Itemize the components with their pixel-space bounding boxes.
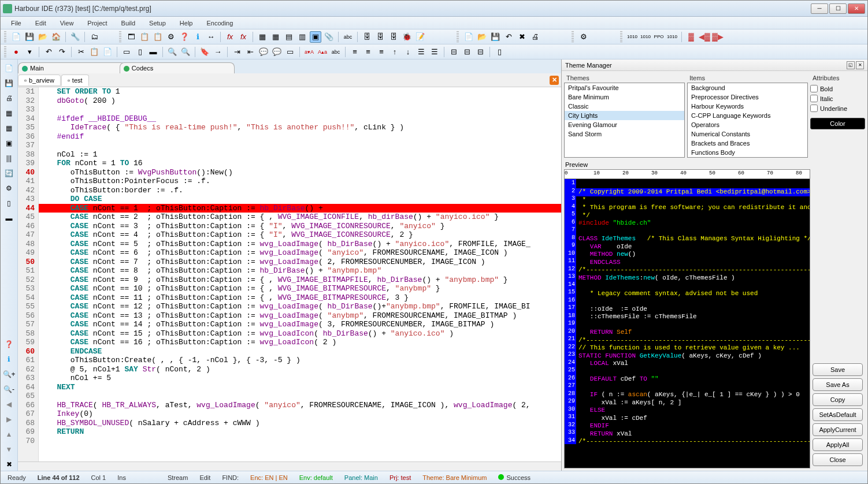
item-entry[interactable]: Brackets and Braces xyxy=(688,139,807,148)
menu-setup[interactable]: Setup xyxy=(143,18,172,28)
side-up-icon[interactable]: ▲ xyxy=(3,428,16,441)
grid2-icon[interactable]: ▥ xyxy=(296,31,308,43)
item-entry[interactable]: Functions Body xyxy=(688,148,807,157)
uncomment-icon[interactable]: 💬 xyxy=(271,46,283,58)
toolbar-grip[interactable] xyxy=(4,46,6,58)
wall-left-icon[interactable]: ◀▓ xyxy=(699,31,710,43)
panel-icon[interactable]: ▣ xyxy=(310,31,321,43)
wall-right-icon[interactable]: ▓▶ xyxy=(712,31,724,43)
doc-back-icon[interactable]: ↶ xyxy=(503,31,514,43)
file-tab-barview[interactable]: ▫ b_arview xyxy=(18,75,61,86)
close-button[interactable]: ✕ xyxy=(848,3,865,14)
underline-checkbox[interactable]: Underline xyxy=(810,105,865,112)
side-down-icon[interactable]: ▼ xyxy=(3,443,16,456)
fx-icon[interactable]: fx xyxy=(224,31,236,43)
flow1-icon[interactable]: ⊟ xyxy=(448,46,459,58)
theme-item[interactable]: Bare Minimum xyxy=(565,92,684,102)
side-col-icon[interactable]: ▯ xyxy=(3,197,16,210)
copy-button[interactable]: Copy xyxy=(813,393,863,406)
bookmark-icon[interactable]: 🔖 xyxy=(199,46,210,58)
dropdown-icon[interactable]: ▾ xyxy=(24,46,35,58)
applyall-button[interactable]: ApplyAll xyxy=(813,438,863,451)
close-panel-icon[interactable]: ✕ xyxy=(856,61,864,69)
applycurrent-button[interactable]: ApplyCurrent xyxy=(813,423,863,436)
preview-code[interactable]: 01020304050607080 1234567891011121314151… xyxy=(564,169,810,468)
side-help-icon[interactable]: ❓ xyxy=(3,338,16,351)
undo-icon[interactable]: ↶ xyxy=(43,46,54,58)
sort-asc-icon[interactable]: ↑ xyxy=(389,46,400,58)
paste-icon[interactable]: 📋 xyxy=(152,31,164,43)
item-entry[interactable]: Preprocessor Directives xyxy=(688,92,807,102)
side-cols-icon[interactable]: ||| xyxy=(3,152,16,165)
ppo-icon[interactable]: PPO xyxy=(653,31,665,43)
doc-close-icon[interactable]: ✖ xyxy=(516,31,528,43)
menu-build[interactable]: Build xyxy=(116,18,141,28)
theme-item[interactable]: Evening Glamour xyxy=(565,120,684,129)
item-entry[interactable]: C-CPP Language Keywords xyxy=(688,111,807,120)
gear-icon[interactable]: ⚙ xyxy=(578,31,589,43)
side-zoom-in-icon[interactable]: 🔍+ xyxy=(3,368,16,381)
align-right-icon[interactable]: ≡ xyxy=(376,46,387,58)
window-icon[interactable]: 🗔 xyxy=(125,31,137,43)
flow2-icon[interactable]: ⊟ xyxy=(461,46,473,58)
side-grid2-icon[interactable]: ▦ xyxy=(3,122,16,135)
lines-icon[interactable]: ☰ xyxy=(416,46,427,58)
color-button[interactable]: Color xyxy=(810,118,865,129)
select-all-icon[interactable]: ▭ xyxy=(121,46,132,58)
panel-tab-codecs[interactable]: Codecs xyxy=(120,62,235,73)
doc-new-icon[interactable]: 📄 xyxy=(463,31,474,43)
toolbar-grip[interactable] xyxy=(457,31,459,43)
side-grid1-icon[interactable]: ▦ xyxy=(3,107,16,120)
save-icon[interactable]: 💾 xyxy=(24,31,35,43)
flow3-icon[interactable]: ⊟ xyxy=(474,46,486,58)
wall-icon[interactable]: ▓ xyxy=(685,31,697,43)
menu-help[interactable]: Help xyxy=(174,18,199,28)
indent-icon[interactable]: ⇥ xyxy=(231,46,243,58)
toolbar-grip[interactable] xyxy=(572,31,574,43)
panel-tab-main[interactable]: Main xyxy=(18,62,125,73)
setasdefault-button[interactable]: SetAsDefault xyxy=(813,408,863,421)
db2-icon[interactable]: 🗄 xyxy=(374,31,386,43)
copy-icon[interactable]: 📋 xyxy=(139,31,150,43)
open-icon[interactable]: 📂 xyxy=(37,31,49,43)
outdent-icon[interactable]: ⇤ xyxy=(244,46,256,58)
menu-project[interactable]: Project xyxy=(81,18,113,28)
side-left-icon[interactable]: ◀ xyxy=(3,398,16,411)
abc-icon[interactable]: abc xyxy=(342,31,354,43)
form-icon[interactable]: 📝 xyxy=(414,31,426,43)
build-icon[interactable]: ⚙ xyxy=(165,31,177,43)
dock-icon[interactable]: ◱ xyxy=(847,61,855,69)
theme-item[interactable]: Sand Storm xyxy=(565,129,684,139)
side-grid3-icon[interactable]: ▣ xyxy=(3,137,16,150)
themes-list[interactable]: Pritpal's FavouriteBare MinimumClassicCi… xyxy=(564,83,685,158)
horizontal-scrollbar[interactable] xyxy=(18,461,561,471)
doc-open-icon[interactable]: 📂 xyxy=(476,31,488,43)
items-list[interactable]: BackgroundPreprocessor DirectivesHarbour… xyxy=(687,83,808,158)
home-icon[interactable]: 🏠 xyxy=(50,31,62,43)
abc-case-icon[interactable]: abc xyxy=(330,46,342,58)
side-gear-icon[interactable]: ⚙ xyxy=(3,182,16,195)
1010-icon[interactable]: 1010 xyxy=(626,31,638,43)
side-info-icon[interactable]: ℹ xyxy=(3,353,16,366)
side-close-icon[interactable]: ✖ xyxy=(3,458,16,471)
lines2-icon[interactable]: ☰ xyxy=(429,46,440,58)
save as-button[interactable]: Save As xyxy=(813,378,863,391)
print-icon[interactable]: 🖨 xyxy=(529,31,541,43)
menu-edit[interactable]: Edit xyxy=(29,18,52,28)
cut-icon[interactable]: ✂ xyxy=(75,46,87,58)
tool-icon[interactable]: 🔧 xyxy=(69,31,81,43)
db-icon[interactable]: 🗄 xyxy=(361,31,373,43)
maximize-button[interactable]: ☐ xyxy=(829,3,847,14)
toolbar-grip[interactable] xyxy=(119,31,121,43)
menu-encoding[interactable]: Encoding xyxy=(201,18,239,28)
item-entry[interactable]: Numerical Constants xyxy=(688,129,807,139)
code-content[interactable]: SET ORDER TO 1 dbGoto( 200 ) #ifdef __HB… xyxy=(39,87,561,461)
item-entry[interactable]: Operators xyxy=(688,120,807,129)
close-button[interactable]: Close xyxy=(813,453,863,466)
italic-checkbox[interactable]: Italic xyxy=(810,95,865,102)
help-icon[interactable]: ❓ xyxy=(179,31,190,43)
item-entry[interactable]: Background xyxy=(688,83,807,92)
block-icon[interactable]: ▭ xyxy=(284,46,296,58)
case-down-icon[interactable]: a▾A xyxy=(303,46,315,58)
db3-icon[interactable]: 🗄 xyxy=(388,31,399,43)
